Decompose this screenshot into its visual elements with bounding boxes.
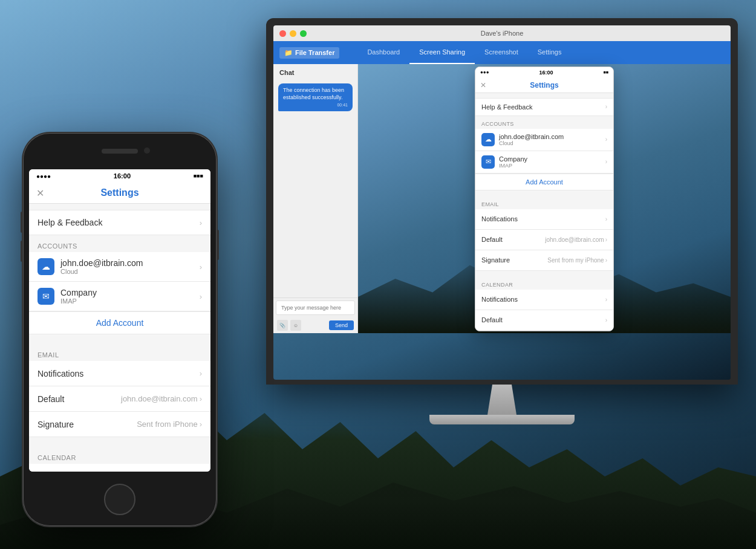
monitor-accounts-header: Accounts: [475, 116, 613, 129]
monitor-account-0-type: Cloud: [499, 140, 564, 146]
monitor-calendar-notifications-row[interactable]: Notifications ›: [475, 290, 613, 310]
phone-screen-title: Settings: [100, 187, 138, 198]
calendar-notifications-label: Notifications: [37, 472, 83, 472]
monitor-email-signature-value: Sent from my iPhone: [547, 257, 604, 264]
tab-screen-sharing[interactable]: Screen Sharing: [409, 41, 475, 64]
account-0-chevron: ›: [200, 262, 202, 271]
phone-calendar-notifications-row[interactable]: Notifications ›: [29, 464, 210, 472]
monitor-acc1-chevron: ›: [605, 158, 607, 165]
monitor-email-notifications-row[interactable]: Notifications ›: [475, 209, 613, 230]
monitor-help-label: Help & Feedback: [481, 103, 532, 111]
monitor-stand: [266, 385, 738, 424]
monitor-device: Dave's iPhone 📁 File Transfer Dashboard …: [266, 18, 738, 424]
monitor-phone-battery: ■■: [604, 70, 608, 74]
monitor-cal-default-label: Default: [481, 316, 503, 323]
chat-toolbar: 📎 ☺ Send: [273, 317, 357, 333]
send-button[interactable]: Send: [329, 320, 354, 330]
chat-input-area: 📎 ☺ Send: [273, 297, 357, 333]
monitor-phone-signal: ●●●: [480, 70, 489, 75]
phone-vol-up: [21, 212, 23, 233]
attach-icon[interactable]: 📎: [277, 320, 288, 331]
phone-time: 16:00: [114, 172, 131, 180]
maximize-window-btn[interactable]: [300, 30, 307, 37]
email-signature-value: Sent from iPhone: [137, 420, 197, 429]
phone-email-notifications-row[interactable]: Notifications ›: [29, 361, 210, 386]
monitor-account-0-row[interactable]: ☁ john.doe@itbrain.com Cloud ›: [475, 129, 613, 151]
phone-add-account-btn[interactable]: Add Account: [29, 311, 210, 334]
phone-email-section: Email: [29, 344, 210, 361]
monitor-ios-title: Settings: [530, 81, 558, 89]
monitor-ios-nav: ✕ Settings: [475, 78, 613, 93]
monitor-ios-content: Help & Feedback › Accounts ☁ john: [475, 93, 613, 331]
phone-camera: [144, 148, 150, 154]
monitor-email-signature-row[interactable]: Signature Sent from my iPhone ›: [475, 250, 613, 271]
phone-account-0-type: Cloud: [60, 268, 143, 275]
phone-battery: ■■■: [194, 173, 203, 179]
monitor-help-feedback-row[interactable]: Help & Feedback ›: [475, 98, 613, 116]
monitor-email-signature-label: Signature: [481, 256, 510, 264]
monitor-frame: Dave's iPhone 📁 File Transfer Dashboard …: [266, 18, 738, 385]
tab-dashboard[interactable]: Dashboard: [357, 41, 409, 64]
monitor-cal-notif-chevron: ›: [605, 296, 607, 303]
phone-email-signature-row[interactable]: Signature Sent from iPhone ›: [29, 412, 210, 437]
help-feedback-row[interactable]: Help & Feedback ›: [29, 210, 210, 235]
close-window-btn[interactable]: [279, 30, 286, 37]
phone-home-button[interactable]: [104, 484, 135, 515]
ios-screen: ●●●● 16:00 ■■■ ✕ Settings Help & Feedbac…: [29, 169, 210, 472]
phone-account-row-1[interactable]: ✉ Company IMAP ›: [29, 282, 210, 311]
mail-account-icon: ✉: [37, 288, 54, 305]
main-display-area: ●●● 16:00 ■■ ✕ Settings: [358, 64, 731, 333]
monitor-calendar-default-row[interactable]: Default ›: [475, 310, 613, 331]
monitor-email-section: Email: [475, 197, 613, 209]
monitor-ios-close[interactable]: ✕: [480, 81, 486, 89]
cloud-account-icon: ☁: [37, 258, 54, 275]
account-1-chevron: ›: [200, 292, 202, 301]
minimize-window-btn[interactable]: [290, 30, 296, 37]
emoji-icon[interactable]: ☺: [290, 320, 301, 331]
chat-message-text: The connection has been established succ…: [283, 87, 344, 100]
monitor-email-signature-chevron: ›: [605, 257, 607, 264]
monitor-add-account-btn[interactable]: Add Account: [475, 174, 613, 190]
ios-status-bar: ●●●● 16:00 ■■■: [29, 169, 210, 183]
monitor-base: [429, 415, 575, 424]
app-brand-label: File Transfer: [295, 49, 334, 56]
monitor-screen: Dave's iPhone 📁 File Transfer Dashboard …: [273, 25, 731, 380]
chat-timestamp: 00:41: [283, 102, 348, 108]
phone-calendar-section: Calendar: [29, 447, 210, 464]
phone-vol-down: [21, 241, 23, 262]
mac-titlebar: Dave's iPhone: [273, 25, 731, 41]
app-navigation: 📁 File Transfer Dashboard Screen Sharing…: [273, 41, 731, 64]
tab-settings[interactable]: Settings: [528, 41, 572, 64]
chat-input[interactable]: [276, 300, 355, 315]
monitor-help-chevron: ›: [605, 103, 607, 110]
app-tabs: Dashboard Screen Sharing Screenshot Sett…: [357, 41, 571, 64]
monitor-ios-status-bar: ●●● 16:00 ■■: [475, 67, 613, 78]
monitor-email-default-value: john.doe@itbrain.com: [545, 236, 604, 243]
tab-screenshot[interactable]: Screenshot: [475, 41, 528, 64]
phone-power-btn: [217, 230, 219, 260]
phone-speaker: [102, 149, 138, 154]
app-body: Chat The connection has been established…: [273, 64, 731, 333]
monitor-neck: [478, 385, 526, 415]
monitor-account-1-type: IMAP: [499, 163, 527, 169]
monitor-calendar-section: Calendar: [475, 277, 613, 290]
monitor-account-1-row[interactable]: ✉ Company IMAP ›: [475, 151, 613, 174]
phone-close-btn[interactable]: ✕: [36, 187, 44, 199]
monitor-email-default-row[interactable]: Default john.doe@itbrain.com ›: [475, 230, 613, 250]
monitor-email-notifications-label: Notifications: [481, 215, 518, 223]
email-default-value: john.doe@itbrain.com: [121, 394, 198, 403]
phone-device: ●●●● 16:00 ■■■ ✕ Settings Help & Feedbac…: [23, 133, 217, 526]
phone-email-default-row[interactable]: Default john.doe@itbrain.com ›: [29, 386, 210, 412]
email-notifications-chevron: ›: [200, 369, 202, 378]
monitor-cal-notifications-label: Notifications: [481, 296, 518, 303]
phone-accounts-section: Accounts: [29, 235, 210, 252]
phone-account-row-0[interactable]: ☁ john.doe@itbrain.com Cloud ›: [29, 252, 210, 282]
phone-account-1-type: IMAP: [60, 297, 97, 305]
monitor-email-notif-chevron: ›: [605, 216, 607, 223]
app-brand: 📁 File Transfer: [279, 47, 339, 59]
monitor-mail-icon: ✉: [481, 155, 495, 169]
monitor-phone-time: 16:00: [539, 70, 553, 76]
mac-traffic-lights: [279, 30, 307, 37]
phone-signal: ●●●●: [36, 173, 51, 180]
monitor-cal-default-chevron: ›: [605, 317, 607, 323]
